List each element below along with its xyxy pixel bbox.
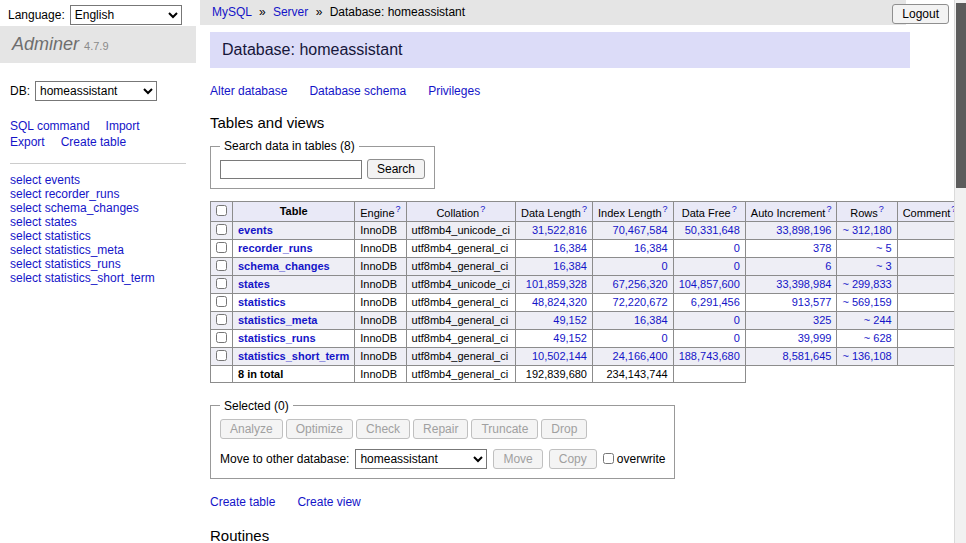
app-version: 4.7.9: [84, 40, 108, 52]
rows-count-link[interactable]: ~ 5: [876, 242, 892, 254]
table-row: statistics_short_termInnoDButf8mb4_gener…: [211, 347, 962, 365]
comment-cell: [897, 275, 962, 293]
column-help-link[interactable]: ?: [582, 204, 587, 214]
table-name-link[interactable]: statistics_runs: [238, 332, 316, 344]
move-label: Move to other database:: [220, 452, 349, 466]
table-name-link[interactable]: states: [238, 278, 270, 290]
table-row: statistics_metaInnoDButf8mb4_general_ci4…: [211, 311, 962, 329]
row-checkbox-cell: [211, 221, 233, 239]
column-header: Comment?: [897, 202, 962, 222]
db-nav-links-item[interactable]: Alter database: [210, 84, 287, 98]
sidebar-table-link[interactable]: select statistics: [10, 230, 186, 243]
auto-increment-cell: 33,398,984: [745, 275, 837, 293]
rows-count-link[interactable]: ~ 628: [864, 332, 892, 344]
vertical-scrollbar[interactable]: [954, 0, 966, 543]
sidebar-table-link[interactable]: select schema_changes: [10, 202, 186, 215]
create-links-item[interactable]: Create view: [297, 495, 360, 509]
row-checkbox-cell: [211, 329, 233, 347]
db-nav-links-item[interactable]: Privileges: [428, 84, 480, 98]
sidebar-table-link[interactable]: select recorder_runs: [10, 188, 186, 201]
overwrite-control[interactable]: overwrite: [603, 452, 666, 466]
table-row: statistics_runsInnoDButf8mb4_general_ci4…: [211, 329, 962, 347]
language-select[interactable]: English: [70, 5, 182, 25]
row-checkbox[interactable]: [216, 332, 227, 343]
table-name-link[interactable]: statistics_short_term: [238, 350, 349, 362]
table-name-cell: recorder_runs: [233, 239, 355, 257]
table-name-cell: statistics_short_term: [233, 347, 355, 365]
sidebar-action-link[interactable]: Create table: [61, 135, 126, 149]
search-button[interactable]: Search: [367, 159, 425, 179]
column-help-link[interactable]: ?: [663, 204, 668, 214]
column-help-link[interactable]: ?: [879, 204, 884, 214]
sidebar-action-link[interactable]: Export: [10, 135, 45, 149]
sidebar-table-link[interactable]: select statistics_short_term: [10, 272, 186, 285]
column-help-link[interactable]: ?: [396, 204, 401, 214]
overwrite-checkbox[interactable]: [603, 453, 614, 464]
table-name-link[interactable]: events: [238, 224, 273, 236]
total-data-length: 192,839,680: [516, 365, 593, 382]
select-all-checkbox[interactable]: [216, 205, 227, 216]
copy-button[interactable]: Copy: [549, 449, 597, 469]
sidebar-table-link[interactable]: select events: [10, 174, 186, 187]
rows-count-link[interactable]: ~ 136,108: [842, 350, 891, 362]
collation-cell: utf8mb4_general_ci: [406, 257, 515, 275]
sidebar-action-link[interactable]: SQL command: [10, 119, 90, 133]
move-db-select[interactable]: homeassistant: [355, 449, 487, 469]
logout-button[interactable]: Logout: [892, 4, 949, 24]
analyze-button[interactable]: Analyze: [220, 419, 283, 439]
column-help-link[interactable]: ?: [826, 204, 831, 214]
rows-count-link[interactable]: ~ 569,159: [842, 296, 891, 308]
breadcrumb: MySQL » Server » Database: homeassistant: [200, 0, 906, 25]
column-header: Collation?: [406, 202, 515, 222]
total-label: 8 in total: [233, 365, 355, 382]
rows-count-link[interactable]: ~ 312,180: [842, 224, 891, 236]
rows-count-link[interactable]: ~ 299,833: [842, 278, 891, 290]
move-row: Move to other database: homeassistant Mo…: [220, 449, 665, 469]
create-links-item[interactable]: Create table: [210, 495, 275, 509]
data-free-cell: 50,331,648: [673, 221, 745, 239]
breadcrumb-link-mysql[interactable]: MySQL: [212, 5, 252, 19]
row-checkbox[interactable]: [216, 314, 227, 325]
table-name-link[interactable]: statistics: [238, 296, 286, 308]
comment-cell: [897, 311, 962, 329]
row-checkbox[interactable]: [216, 260, 227, 271]
truncate-button[interactable]: Truncate: [471, 419, 538, 439]
optimize-button[interactable]: Optimize: [286, 419, 353, 439]
index-length-cell: 16,384: [592, 311, 673, 329]
app-title: Adminer4.7.9: [0, 26, 196, 63]
data-free-cell: 104,857,600: [673, 275, 745, 293]
scrollbar-thumb[interactable]: [956, 3, 966, 188]
table-name-link[interactable]: statistics_meta: [238, 314, 318, 326]
sidebar-table-link[interactable]: select statistics_runs: [10, 258, 186, 271]
drop-button[interactable]: Drop: [541, 419, 587, 439]
column-help-link[interactable]: ?: [732, 204, 737, 214]
sidebar-table-link[interactable]: select statistics_meta: [10, 244, 186, 257]
row-checkbox-cell: [211, 275, 233, 293]
collation-cell: utf8mb4_general_ci: [406, 293, 515, 311]
column-header-label: Index Length: [598, 207, 662, 219]
row-checkbox[interactable]: [216, 350, 227, 361]
sidebar-action-link[interactable]: Import: [106, 119, 140, 133]
row-checkbox[interactable]: [216, 224, 227, 235]
search-input[interactable]: [220, 160, 362, 179]
table-name-cell: events: [233, 221, 355, 239]
row-checkbox[interactable]: [216, 278, 227, 289]
collation-cell: utf8mb4_unicode_ci: [406, 221, 515, 239]
row-checkbox[interactable]: [216, 242, 227, 253]
engine-cell: InnoDB: [355, 311, 406, 329]
db-nav-links-item[interactable]: Database schema: [309, 84, 406, 98]
repair-button[interactable]: Repair: [413, 419, 468, 439]
total-empty-cell: [211, 365, 233, 382]
rows-count-link[interactable]: ~ 3: [876, 260, 892, 272]
db-select[interactable]: homeassistant: [35, 81, 157, 101]
move-button[interactable]: Move: [493, 449, 542, 469]
breadcrumb-link-server[interactable]: Server: [273, 5, 308, 19]
column-help-link[interactable]: ?: [480, 204, 485, 214]
check-button[interactable]: Check: [356, 419, 410, 439]
row-checkbox[interactable]: [216, 296, 227, 307]
rows-count-link[interactable]: ~ 244: [864, 314, 892, 326]
engine-cell: InnoDB: [355, 239, 406, 257]
table-name-link[interactable]: recorder_runs: [238, 242, 313, 254]
sidebar-table-link[interactable]: select states: [10, 216, 186, 229]
table-name-link[interactable]: schema_changes: [238, 260, 330, 272]
